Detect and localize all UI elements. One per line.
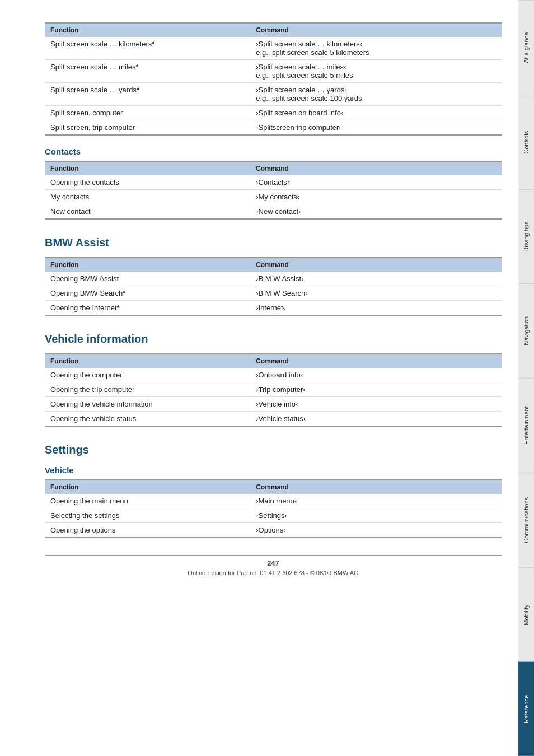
- side-tabs: At a glance Controls Driving tips Naviga…: [518, 0, 534, 756]
- function-cell: Opening BMW Search*: [45, 286, 250, 301]
- command-cell: ›Internet‹: [250, 301, 502, 316]
- function-cell: Opening the computer: [45, 368, 250, 382]
- table-row: Split screen scale … kilometers*›Split s…: [45, 37, 502, 60]
- table-row: Opening the options›Options‹: [45, 523, 502, 538]
- function-cell: Opening the main menu: [45, 494, 250, 508]
- tab-at-a-glance[interactable]: At a glance: [518, 0, 534, 95]
- tab-communications[interactable]: Communications: [518, 473, 534, 567]
- contacts-heading: Contacts: [45, 147, 502, 156]
- bmw-assist-col1-header: Function: [45, 258, 250, 272]
- tab-entertainment[interactable]: Entertainment: [518, 378, 534, 473]
- table-row: New contact›New contact‹: [45, 204, 502, 220]
- command-cell: ›Trip computer‹: [250, 382, 502, 397]
- table-row: Opening the Internet*›Internet‹: [45, 301, 502, 316]
- table-row: Split screen scale … yards*›Split screen…: [45, 83, 502, 106]
- tab-controls[interactable]: Controls: [518, 95, 534, 189]
- splitscreen-col2-header: Command: [250, 23, 502, 37]
- command-cell: ›Onboard info‹: [250, 368, 502, 382]
- command-cell: ›Split screen scale … miles‹e.g., split …: [250, 60, 502, 83]
- settings-vehicle-col2-header: Command: [250, 480, 502, 494]
- bmw-assist-table: Function Command Opening BMW Assist›B M …: [45, 257, 502, 316]
- settings-heading: Settings: [45, 444, 502, 456]
- function-cell: Opening the Internet*: [45, 301, 250, 316]
- contacts-table: Function Command Opening the contacts›Co…: [45, 161, 502, 220]
- command-cell: ›B M W Assist‹: [250, 272, 502, 286]
- command-cell: ›Split screen scale … kilometers‹e.g., s…: [250, 37, 502, 60]
- function-cell: Split screen, trip computer: [45, 120, 250, 136]
- bmw-assist-col2-header: Command: [250, 258, 502, 272]
- splitscreen-col1-header: Function: [45, 23, 250, 37]
- command-cell: ›B M W Search‹: [250, 286, 502, 301]
- function-cell: Split screen, computer: [45, 106, 250, 120]
- table-row: Split screen scale … miles*›Split screen…: [45, 60, 502, 83]
- tab-driving-tips[interactable]: Driving tips: [518, 189, 534, 284]
- page-number: 247: [45, 559, 502, 567]
- table-row: Split screen, computer›Split screen on b…: [45, 106, 502, 120]
- bmw-assist-heading: BMW Assist: [45, 236, 502, 249]
- vehicle-info-heading: Vehicle information: [45, 333, 502, 346]
- command-cell: ›Split screen on board info‹: [250, 106, 502, 120]
- contacts-col1-header: Function: [45, 161, 250, 175]
- command-cell: ›Contacts‹: [250, 175, 502, 190]
- splitscreen-table: Function Command Split screen scale … ki…: [45, 22, 502, 136]
- table-row: Opening the vehicle status›Vehicle statu…: [45, 412, 502, 427]
- command-cell: ›Split screen scale … yards‹e.g., split …: [250, 83, 502, 106]
- command-cell: ›Options‹: [250, 523, 502, 538]
- function-cell: Split screen scale … yards*: [45, 83, 250, 106]
- command-cell: ›My contacts‹: [250, 190, 502, 204]
- function-cell: Opening the vehicle status: [45, 412, 250, 427]
- function-cell: Split screen scale … kilometers*: [45, 37, 250, 60]
- settings-vehicle-table: Function Command Opening the main menu›M…: [45, 479, 502, 538]
- table-row: My contacts›My contacts‹: [45, 190, 502, 204]
- table-row: Opening BMW Assist›B M W Assist‹: [45, 272, 502, 286]
- vehicle-info-col2-header: Command: [250, 354, 502, 368]
- table-row: Opening the vehicle information›Vehicle …: [45, 397, 502, 412]
- function-cell: Split screen scale … miles*: [45, 60, 250, 83]
- tab-reference[interactable]: Reference: [518, 661, 534, 756]
- footer-text: Online Edition for Part no. 01 41 2 602 …: [45, 570, 502, 576]
- function-cell: Opening the trip computer: [45, 382, 250, 397]
- vehicle-sub-heading: Vehicle: [45, 465, 502, 475]
- function-cell: Opening BMW Assist: [45, 272, 250, 286]
- function-cell: My contacts: [45, 190, 250, 204]
- table-row: Opening BMW Search*›B M W Search‹: [45, 286, 502, 301]
- table-row: Split screen, trip computer›Splitscreen …: [45, 120, 502, 136]
- contacts-col2-header: Command: [250, 161, 502, 175]
- tab-mobility[interactable]: Mobility: [518, 567, 534, 662]
- function-cell: Opening the vehicle information: [45, 397, 250, 412]
- function-cell: Selecting the settings: [45, 508, 250, 523]
- table-row: Opening the contacts›Contacts‹: [45, 175, 502, 190]
- function-cell: Opening the contacts: [45, 175, 250, 190]
- function-cell: New contact: [45, 204, 250, 220]
- table-row: Opening the main menu›Main menu‹: [45, 494, 502, 508]
- command-cell: ›Splitscreen trip computer‹: [250, 120, 502, 136]
- function-cell: Opening the options: [45, 523, 250, 538]
- table-row: Opening the trip computer›Trip computer‹: [45, 382, 502, 397]
- tab-navigation[interactable]: Navigation: [518, 283, 534, 378]
- command-cell: ›Main menu‹: [250, 494, 502, 508]
- command-cell: ›Settings‹: [250, 508, 502, 523]
- page-footer: 247 Online Edition for Part no. 01 41 2 …: [45, 555, 502, 576]
- vehicle-info-table: Function Command Opening the computer›On…: [45, 353, 502, 427]
- vehicle-info-col1-header: Function: [45, 354, 250, 368]
- table-row: Opening the computer›Onboard info‹: [45, 368, 502, 382]
- command-cell: ›Vehicle status‹: [250, 412, 502, 427]
- command-cell: ›New contact‹: [250, 204, 502, 220]
- settings-vehicle-col1-header: Function: [45, 480, 250, 494]
- command-cell: ›Vehicle info‹: [250, 397, 502, 412]
- table-row: Selecting the settings›Settings‹: [45, 508, 502, 523]
